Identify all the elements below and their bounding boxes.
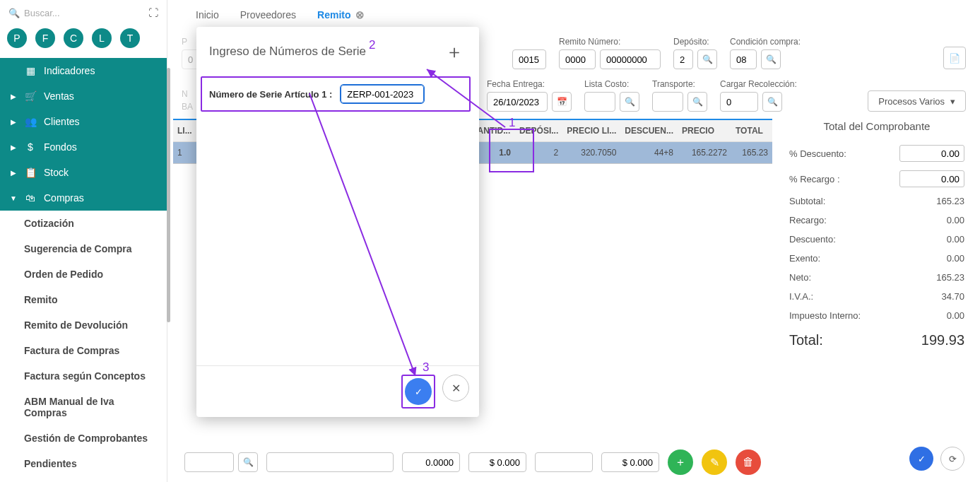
- search-icon: 🔍: [8, 8, 20, 18]
- search-input[interactable]: [24, 8, 144, 18]
- pct-descuento-label: % Descuento:: [789, 148, 846, 159]
- remito-num-a[interactable]: [559, 49, 596, 69]
- bottom-code-lookup[interactable]: 🔍: [238, 452, 258, 472]
- iva-value: 34.70: [941, 291, 964, 302]
- bottom-code-input[interactable]: [184, 452, 234, 472]
- recoleccion-input[interactable]: [720, 92, 758, 112]
- edit-line-button[interactable]: ✎: [702, 449, 727, 475]
- tab-remito[interactable]: Remito ⊗: [317, 8, 364, 21]
- recargo-value: 0.00: [947, 215, 964, 225]
- cell-total: 165.23: [731, 142, 772, 164]
- bottom-blank-input[interactable]: [535, 452, 593, 472]
- calendar-icon[interactable]: 📅: [552, 92, 572, 112]
- tab-bar: Inicio Proveedores Remito ⊗: [167, 0, 980, 30]
- remito-num-b[interactable]: [600, 49, 661, 69]
- cell-deposito: 2: [515, 142, 562, 164]
- fullscreen-icon[interactable]: ⛶: [148, 7, 158, 18]
- modal-cancel-button[interactable]: ✕: [442, 375, 469, 401]
- document-button[interactable]: 📄: [943, 47, 966, 69]
- sub-pendientes[interactable]: Pendientes: [0, 451, 167, 476]
- impuesto-label: Impuesto Interno:: [789, 310, 861, 321]
- nav-label: Clientes: [44, 116, 80, 127]
- chevron-down-icon: ▼: [10, 194, 17, 202]
- nav-label: Ventas: [44, 90, 74, 102]
- sub-factura-compras[interactable]: Factura de Compras: [0, 338, 167, 363]
- transporte-lookup[interactable]: 🔍: [687, 92, 707, 112]
- serial-input[interactable]: [341, 85, 424, 103]
- neto-value: 165.23: [936, 272, 964, 283]
- cell-precio: 165.2272: [678, 142, 731, 164]
- avatar-l[interactable]: L: [92, 28, 112, 48]
- procesos-label: Procesos Varios: [878, 96, 945, 107]
- tab-proveedores[interactable]: Proveedores: [240, 8, 296, 21]
- procesos-varios-button[interactable]: Procesos Varios ▾: [868, 90, 966, 112]
- avatar-p[interactable]: P: [7, 28, 27, 48]
- sub-gestion[interactable]: Gestión de Comprobantes: [0, 425, 167, 451]
- nav-fondos[interactable]: ▶ $ Fondos: [0, 134, 167, 160]
- condicion-input[interactable]: [730, 49, 757, 69]
- col-descuento[interactable]: DESCUEN...: [620, 119, 678, 142]
- bottom-desc-input[interactable]: [266, 452, 394, 472]
- sub-abm-iva[interactable]: ABM Manual de Iva Compras: [0, 389, 167, 425]
- lista-costo-lookup[interactable]: 🔍: [620, 92, 639, 112]
- sub-remito-dev[interactable]: Remito de Devolución: [0, 312, 167, 338]
- confirm-button[interactable]: ✓: [909, 447, 933, 471]
- col-deposito[interactable]: DEPÓSI...: [515, 119, 562, 142]
- sub-factura-conceptos[interactable]: Factura según Conceptos: [0, 363, 167, 389]
- refresh-button[interactable]: ⟳: [940, 447, 964, 471]
- caret-down-icon: ▾: [950, 96, 955, 107]
- bottom-price1-input[interactable]: [468, 452, 526, 472]
- avatar-t[interactable]: T: [120, 28, 140, 48]
- col-total[interactable]: TOTAL: [731, 119, 772, 142]
- descuento-label: Descuento:: [789, 234, 836, 245]
- sub-sugerencia[interactable]: Sugerencia de Compra: [0, 236, 167, 261]
- bottom-price2-input[interactable]: [601, 452, 659, 472]
- col-precio[interactable]: PRECIO: [678, 119, 731, 142]
- sub-orden[interactable]: Orden de Pedido: [0, 261, 167, 287]
- nav-indicadores[interactable]: ▦ Indicadores: [0, 58, 167, 83]
- chevron-right-icon: ▶: [10, 143, 17, 151]
- shopping-cart-icon: 🛍: [24, 192, 37, 204]
- total-value: 199.93: [921, 332, 964, 348]
- sub-remito[interactable]: Remito: [0, 287, 167, 312]
- clipboard-icon: 📋: [24, 167, 37, 178]
- nav-ventas[interactable]: ▶ 🛒 Ventas: [0, 83, 167, 109]
- col-li[interactable]: LI...: [173, 119, 196, 142]
- pct-recargo-input[interactable]: [899, 170, 964, 187]
- lista-costo-input[interactable]: [584, 92, 615, 112]
- add-line-button[interactable]: ＋: [668, 449, 693, 475]
- avatar-c[interactable]: C: [64, 28, 83, 48]
- total-label: Total:: [789, 332, 823, 348]
- recargo-label: Recargo:: [789, 215, 827, 225]
- bottom-qty-input[interactable]: [402, 452, 460, 472]
- modal-ok-button[interactable]: ✓: [405, 378, 432, 405]
- nav-stock[interactable]: ▶ 📋 Stock: [0, 160, 167, 185]
- nav-label: Stock: [44, 167, 69, 178]
- recoleccion-lookup[interactable]: 🔍: [762, 92, 782, 112]
- avatar-f[interactable]: F: [35, 28, 55, 48]
- nav-clientes[interactable]: ▶ 👥 Clientes: [0, 109, 167, 134]
- nav-compras[interactable]: ▼ 🛍 Compras: [0, 185, 167, 211]
- deposito-lookup[interactable]: 🔍: [697, 49, 717, 69]
- modal-add-button[interactable]: ＋: [445, 42, 464, 61]
- deposito-label: Depósito:: [673, 37, 717, 47]
- exento-value: 0.00: [947, 253, 964, 264]
- sub-cotizacion[interactable]: Cotización: [0, 211, 167, 236]
- tab-inicio[interactable]: Inicio: [196, 8, 219, 21]
- deposito-input[interactable]: [673, 49, 693, 69]
- close-icon[interactable]: ⊗: [355, 8, 365, 21]
- delete-line-button[interactable]: 🗑: [736, 449, 761, 475]
- annotation-box-3: ✓: [401, 375, 435, 408]
- condicion-lookup[interactable]: 🔍: [761, 49, 781, 69]
- neto-label: Neto:: [789, 272, 811, 283]
- fecha-entrega-input[interactable]: [487, 92, 548, 112]
- pct-descuento-input[interactable]: [899, 145, 964, 162]
- bottom-bar: 🔍 ＋ ✎ 🗑: [173, 442, 772, 482]
- annotation-num-3: 3: [423, 360, 429, 375]
- tab-remito-label: Remito: [317, 9, 350, 20]
- seq-input[interactable]: [512, 49, 546, 69]
- col-precio-lista[interactable]: PRECIO LI...: [562, 119, 620, 142]
- descuento-value: 0.00: [947, 234, 964, 245]
- subtotal-label: Subtotal:: [789, 196, 825, 206]
- transporte-input[interactable]: [652, 92, 683, 112]
